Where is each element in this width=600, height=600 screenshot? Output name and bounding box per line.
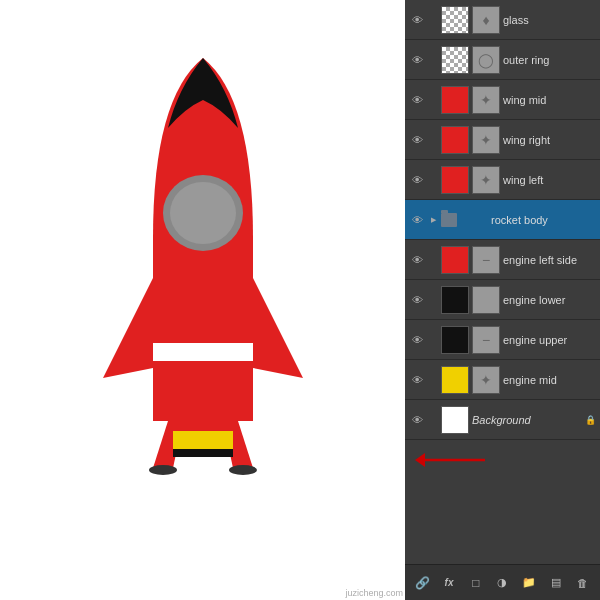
layer-thumb-preview-wing-right: ✦ (472, 126, 500, 154)
layer-name-engine-lower: engine lower (503, 294, 596, 306)
layer-name-outer-ring: outer ring (503, 54, 596, 66)
layer-thumb-preview-outer-ring: ◯ (472, 46, 500, 74)
delete-layer-button[interactable]: 🗑 (572, 572, 594, 594)
layer-row-wing-right[interactable]: 👁✦wing right (405, 120, 600, 160)
layer-lock-background: 🔒 (584, 414, 596, 426)
layer-visibility-rocket-body[interactable]: 👁 (409, 212, 425, 228)
layers-panel: 👁♦glass👁◯outer ring👁✦wing mid👁✦wing righ… (405, 0, 600, 600)
folder-icon-rocket-body (441, 213, 457, 227)
new-layer-button[interactable]: ▤ (545, 572, 567, 594)
layer-thumb-color-wing-left (441, 166, 469, 194)
svg-rect-3 (153, 361, 253, 421)
layer-visibility-engine-upper[interactable]: 👁 (409, 332, 425, 348)
adjustment-button[interactable]: ◑ (491, 572, 513, 594)
canvas-area: juzicheng.com (0, 0, 405, 600)
layer-name-rocket-body: rocket body (491, 214, 596, 226)
layer-visibility-wing-mid[interactable]: 👁 (409, 92, 425, 108)
rocket-illustration (73, 38, 333, 562)
layer-row-engine-lower[interactable]: 👁engine lower (405, 280, 600, 320)
layer-row-rocket-body[interactable]: 👁▶rocket body (405, 200, 600, 240)
layer-name-wing-mid: wing mid (503, 94, 596, 106)
layer-row-background[interactable]: 👁Background🔒 (405, 400, 600, 440)
layer-visibility-wing-left[interactable]: 👁 (409, 172, 425, 188)
panel-toolbar: 🔗 fx □ ◑ 📁 ▤ 🗑 (405, 564, 600, 600)
layer-visibility-background[interactable]: 👁 (409, 412, 425, 428)
layers-list: 👁♦glass👁◯outer ring👁✦wing mid👁✦wing righ… (405, 0, 600, 564)
layer-name-wing-right: wing right (503, 134, 596, 146)
layer-thumb-color-engine-lower (441, 286, 469, 314)
layer-row-engine-mid[interactable]: 👁✦engine mid (405, 360, 600, 400)
svg-point-7 (149, 465, 177, 475)
layer-row-wing-left[interactable]: 👁✦wing left (405, 160, 600, 200)
layer-row-glass[interactable]: 👁♦glass (405, 0, 600, 40)
layer-name-glass: glass (503, 14, 596, 26)
layer-thumb-preview-engine-mid: ✦ (472, 366, 500, 394)
svg-point-8 (229, 465, 257, 475)
fx-button[interactable]: fx (438, 572, 460, 594)
new-group-button[interactable]: 📁 (518, 572, 540, 594)
svg-point-1 (170, 182, 236, 244)
layer-row-wing-mid[interactable]: 👁✦wing mid (405, 80, 600, 120)
layer-name-engine-mid: engine mid (503, 374, 596, 386)
layer-visibility-glass[interactable]: 👁 (409, 12, 425, 28)
layer-expand-rocket-body[interactable]: ▶ (428, 212, 438, 228)
layer-thumb-color-engine-mid (441, 366, 469, 394)
layer-thumb-color-background (441, 406, 469, 434)
layer-thumb-preview-engine-upper: − (472, 326, 500, 354)
watermark: juzicheng.com (345, 588, 403, 598)
layer-name-background: Background (472, 414, 581, 426)
layer-thumb-color-glass (441, 6, 469, 34)
layer-visibility-outer-ring[interactable]: 👁 (409, 52, 425, 68)
layer-visibility-engine-left-side[interactable]: 👁 (409, 252, 425, 268)
svg-rect-2 (153, 343, 253, 361)
layer-thumb-preview-wing-mid: ✦ (472, 86, 500, 114)
layer-thumb-color-outer-ring (441, 46, 469, 74)
layer-visibility-wing-right[interactable]: 👁 (409, 132, 425, 148)
link-button[interactable]: 🔗 (411, 572, 433, 594)
layer-row-engine-upper[interactable]: 👁−engine upper (405, 320, 600, 360)
layer-name-wing-left: wing left (503, 174, 596, 186)
layer-name-engine-left-side: engine left side (503, 254, 596, 266)
svg-rect-5 (173, 431, 233, 449)
layer-name-engine-upper: engine upper (503, 334, 596, 346)
layer-thumb-preview-glass: ♦ (472, 6, 500, 34)
layer-thumb-color-wing-mid (441, 86, 469, 114)
new-fill-button[interactable]: □ (465, 572, 487, 594)
layer-visibility-engine-mid[interactable]: 👁 (409, 372, 425, 388)
layer-visibility-engine-lower[interactable]: 👁 (409, 292, 425, 308)
layer-row-outer-ring[interactable]: 👁◯outer ring (405, 40, 600, 80)
layer-thumb-color-wing-right (441, 126, 469, 154)
layer-thumb-color-engine-left-side (441, 246, 469, 274)
layer-thumb-preview-wing-left: ✦ (472, 166, 500, 194)
layer-thumb-color-engine-upper (441, 326, 469, 354)
layer-row-engine-left-side[interactable]: 👁−engine left side (405, 240, 600, 280)
layer-thumb-preview-engine-left-side: − (472, 246, 500, 274)
layer-thumb-preview-engine-lower (472, 286, 500, 314)
svg-rect-6 (173, 449, 233, 457)
svg-rect-4 (173, 421, 233, 431)
